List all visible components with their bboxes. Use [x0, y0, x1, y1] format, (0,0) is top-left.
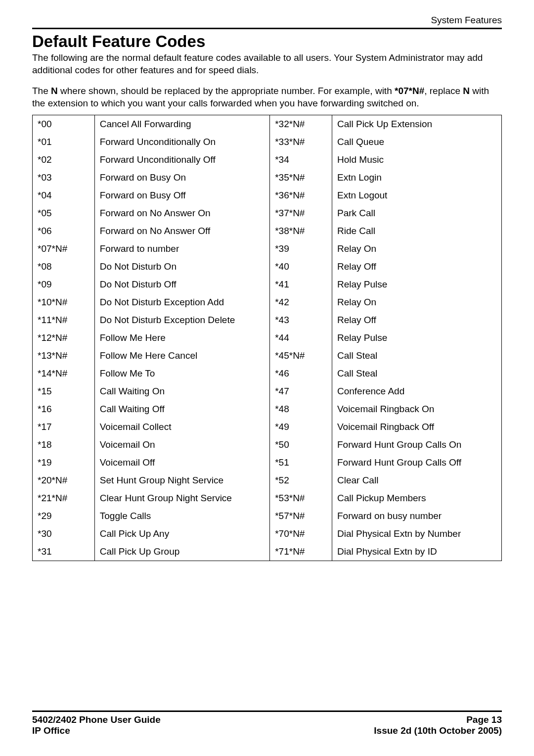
desc-cell: Set Hunt Group Night Service — [94, 472, 269, 489]
table-row: *14*N#Follow Me To*46Call Steal — [33, 365, 502, 382]
intro-paragraph: The following are the normal default fea… — [32, 52, 502, 76]
code-cell: *07*N# — [33, 240, 95, 258]
table-row: *29Toggle Calls*57*N#Forward on busy num… — [33, 507, 502, 525]
code-cell: *42 — [270, 293, 332, 311]
code-cell: *30 — [33, 525, 95, 543]
code-cell: *12*N# — [33, 329, 95, 347]
desc-cell: Voicemail On — [94, 436, 269, 454]
code-cell: *14*N# — [33, 365, 95, 382]
table-row: *07*N#Forward to number*39Relay On — [33, 240, 502, 258]
footer-right: Page 13 Issue 2d (10th October 2005) — [374, 714, 502, 736]
table-row: *10*N#Do Not Disturb Exception Add*42Rel… — [33, 293, 502, 311]
code-cell: *34 — [270, 151, 332, 169]
table-row: *04Forward on Busy Off*36*N#Extn Logout — [33, 187, 502, 204]
desc-cell: Forward on No Answer On — [94, 204, 269, 222]
desc-cell: Forward Unconditionally Off — [94, 151, 269, 169]
code-cell: *11*N# — [33, 311, 95, 329]
code-cell: *46 — [270, 365, 332, 382]
desc-cell: Forward on Busy Off — [94, 187, 269, 204]
page-title: Default Feature Codes — [32, 32, 502, 51]
desc-cell: Follow Me Here Cancel — [94, 347, 269, 365]
table-row: *11*N#Do Not Disturb Exception Delete*43… — [33, 311, 502, 329]
desc-cell: Do Not Disturb Exception Add — [94, 293, 269, 311]
desc-cell: Forward Hunt Group Calls On — [332, 436, 501, 454]
code-cell: *03 — [33, 169, 95, 187]
note-bold-n1: N — [51, 86, 58, 96]
table-row: *09Do Not Disturb Off*41Relay Pulse — [33, 276, 502, 293]
table-row: *20*N#Set Hunt Group Night Service*52Cle… — [33, 472, 502, 489]
desc-cell: Call Queue — [332, 133, 501, 151]
desc-cell: Call Waiting Off — [94, 400, 269, 418]
page-footer: 5402/2402 Phone User Guide IP Office Pag… — [32, 710, 502, 736]
desc-cell: Voicemail Ringback On — [332, 400, 501, 418]
footer-issue: Issue 2d (10th October 2005) — [374, 725, 502, 736]
code-cell: *32*N# — [270, 115, 332, 133]
desc-cell: Call Pick Up Group — [94, 543, 269, 561]
code-cell: *10*N# — [33, 293, 95, 311]
desc-cell: Do Not Disturb Off — [94, 276, 269, 293]
code-cell: *43 — [270, 311, 332, 329]
code-cell: *06 — [33, 222, 95, 240]
header-section-label: System Features — [32, 15, 502, 29]
code-cell: *57*N# — [270, 507, 332, 525]
code-cell: *15 — [33, 382, 95, 400]
table-row: *13*N#Follow Me Here Cancel*45*N#Call St… — [33, 347, 502, 365]
code-cell: *70*N# — [270, 525, 332, 543]
table-row: *06Forward on No Answer Off*38*N#Ride Ca… — [33, 222, 502, 240]
table-row: *21*N#Clear Hunt Group Night Service*53*… — [33, 489, 502, 507]
desc-cell: Extn Login — [332, 169, 501, 187]
desc-cell: Toggle Calls — [94, 507, 269, 525]
code-cell: *49 — [270, 418, 332, 436]
desc-cell: Call Pick Up Any — [94, 525, 269, 543]
code-cell: *02 — [33, 151, 95, 169]
code-cell: *71*N# — [270, 543, 332, 561]
desc-cell: Relay On — [332, 240, 501, 258]
code-cell: *16 — [33, 400, 95, 418]
code-cell: *00 — [33, 115, 95, 133]
code-cell: *47 — [270, 382, 332, 400]
code-cell: *33*N# — [270, 133, 332, 151]
desc-cell: Do Not Disturb On — [94, 258, 269, 276]
code-cell: *13*N# — [33, 347, 95, 365]
desc-cell: Do Not Disturb Exception Delete — [94, 311, 269, 329]
code-cell: *48 — [270, 400, 332, 418]
table-row: *30Call Pick Up Any*70*N#Dial Physical E… — [33, 525, 502, 543]
code-cell: *31 — [33, 543, 95, 561]
code-cell: *20*N# — [33, 472, 95, 489]
code-cell: *36*N# — [270, 187, 332, 204]
desc-cell: Relay Pulse — [332, 329, 501, 347]
desc-cell: Forward Hunt Group Calls Off — [332, 454, 501, 472]
desc-cell: Forward to number — [94, 240, 269, 258]
code-cell: *51 — [270, 454, 332, 472]
code-cell: *37*N# — [270, 204, 332, 222]
desc-cell: Call Pickup Members — [332, 489, 501, 507]
table-row: *08Do Not Disturb On*40Relay Off — [33, 258, 502, 276]
code-cell: *41 — [270, 276, 332, 293]
desc-cell: Relay On — [332, 293, 501, 311]
code-cell: *39 — [270, 240, 332, 258]
code-cell: *08 — [33, 258, 95, 276]
feature-codes-table: *00Cancel All Forwarding*32*N#Call Pick … — [32, 115, 502, 561]
code-cell: *05 — [33, 204, 95, 222]
desc-cell: Forward on Busy On — [94, 169, 269, 187]
code-cell: *01 — [33, 133, 95, 151]
desc-cell: Ride Call — [332, 222, 501, 240]
note-text-e: , replace — [424, 86, 463, 96]
desc-cell: Voicemail Off — [94, 454, 269, 472]
footer-guide-title: 5402/2402 Phone User Guide — [32, 714, 161, 725]
code-cell: *52 — [270, 472, 332, 489]
note-text-c: where shown, should be replaced by the a… — [58, 86, 395, 96]
desc-cell: Relay Off — [332, 258, 501, 276]
table-row: *19Voicemail Off*51Forward Hunt Group Ca… — [33, 454, 502, 472]
table-row: *12*N#Follow Me Here*44Relay Pulse — [33, 329, 502, 347]
code-cell: *04 — [33, 187, 95, 204]
footer-product: IP Office — [32, 725, 161, 736]
note-bold-n2: N — [463, 86, 470, 96]
table-row: *17Voicemail Collect*49Voicemail Ringbac… — [33, 418, 502, 436]
desc-cell: Follow Me Here — [94, 329, 269, 347]
desc-cell: Relay Off — [332, 311, 501, 329]
note-text-a: The — [32, 86, 51, 96]
code-cell: *18 — [33, 436, 95, 454]
code-cell: *09 — [33, 276, 95, 293]
code-cell: *40 — [270, 258, 332, 276]
